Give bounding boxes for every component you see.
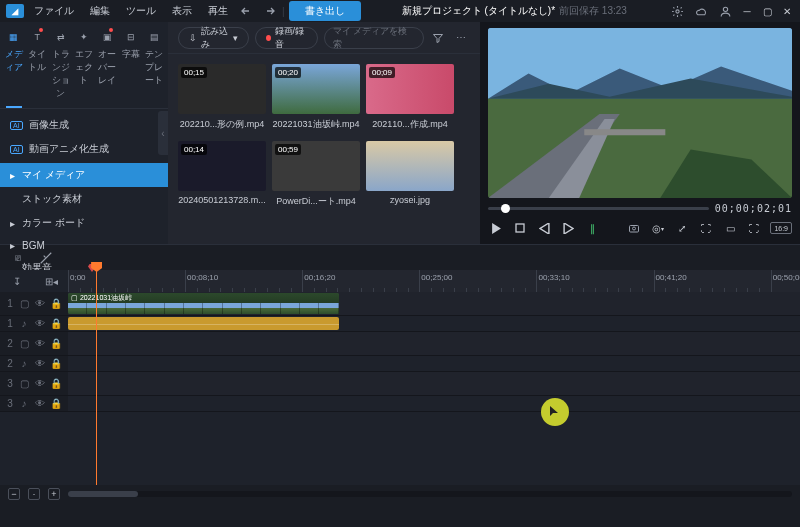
ai-video-gen[interactable]: AI動画アニメ化生成: [0, 137, 168, 161]
tl-tool-adjust[interactable]: ⎚: [8, 248, 28, 268]
export-button[interactable]: 書き出し: [289, 1, 361, 21]
zoom-reset-icon[interactable]: ·: [28, 488, 40, 500]
ruler-label: 00;50;00: [773, 273, 800, 282]
track-header[interactable]: 1♪👁🔒: [0, 316, 68, 332]
hscroll-thumb[interactable]: [68, 491, 138, 497]
media-thumb-5[interactable]: zyosei.jpg: [366, 141, 454, 208]
track-audio-3: 3♪👁🔒: [0, 396, 800, 412]
menu-view[interactable]: 表示: [166, 2, 198, 20]
svg-rect-5: [516, 224, 524, 232]
stop-icon[interactable]: [512, 220, 528, 236]
track-header[interactable]: 3▢👁🔒: [0, 372, 68, 396]
redo-icon[interactable]: [260, 2, 278, 20]
crop-icon[interactable]: ⤢: [674, 220, 690, 236]
timeline-marker[interactable]: [88, 264, 96, 272]
record-button[interactable]: 録画/録音: [255, 27, 318, 49]
settings-icon[interactable]: [668, 2, 686, 20]
account-icon[interactable]: [716, 2, 734, 20]
frame-next-icon[interactable]: [560, 220, 576, 236]
ruler-label: 00;33;10: [538, 273, 569, 282]
aspect-badge[interactable]: 16:9: [770, 222, 792, 234]
svg-point-0: [675, 9, 678, 12]
filter-icon[interactable]: [430, 28, 447, 48]
room-tab-2[interactable]: ⇄トランジション: [49, 26, 72, 108]
tl-marker-icon[interactable]: ↧: [8, 273, 26, 289]
quality-icon[interactable]: ◎▾: [650, 220, 666, 236]
tl-snap-icon[interactable]: ⊞◂: [42, 273, 60, 289]
zoom-in-icon[interactable]: +: [48, 488, 60, 500]
track-video-1: 1▢👁🔒▢ 20221031油坂峠: [0, 292, 800, 316]
dock-icon[interactable]: ▭: [722, 220, 738, 236]
room-tab-0[interactable]: ▦メディア: [2, 26, 25, 108]
frame-prev-icon[interactable]: [536, 220, 552, 236]
preview-timecode: 00;00;02;01: [715, 203, 792, 214]
zoom-out-icon[interactable]: −: [8, 488, 20, 500]
track-header[interactable]: 1▢👁🔒: [0, 292, 68, 316]
track-header[interactable]: 2♪👁🔒: [0, 356, 68, 372]
window-max-icon[interactable]: ▢: [760, 4, 774, 18]
room-tab-6[interactable]: ▤テンプレート: [143, 26, 166, 108]
play-icon[interactable]: [488, 220, 504, 236]
ruler-label: 0;00: [70, 273, 86, 282]
ai-image-gen[interactable]: AI画像生成: [0, 113, 168, 137]
fit-screen-icon[interactable]: ⛶: [698, 220, 714, 236]
track-lane[interactable]: [68, 396, 800, 412]
nav-item-0[interactable]: ▸マイ メディア: [0, 163, 168, 187]
ruler-label: 00;08;10: [187, 273, 218, 282]
track-video-3: 3▢👁🔒: [0, 372, 800, 396]
library-sidebar: ▦メディアTタイトル⇄トランジション✦エフェクト▣オーバーレイ⊟字幕▤テンプレー…: [0, 22, 168, 244]
tl-tool-razor[interactable]: [36, 248, 56, 268]
preview-stage[interactable]: [488, 28, 792, 198]
menu-file[interactable]: ファイル: [28, 2, 80, 20]
nav-item-2[interactable]: ▸カラー ボード: [0, 211, 168, 235]
timeline-ruler[interactable]: 0;0000;08;1000;16;2000;25;0000;33;1000;4…: [68, 270, 800, 292]
track-lane[interactable]: [68, 316, 800, 332]
fullscreen-icon[interactable]: ⛶: [746, 220, 762, 236]
menu-play[interactable]: 再生: [202, 2, 234, 20]
track-lane[interactable]: [68, 372, 800, 396]
media-thumb-0[interactable]: 00;15202210...形の例.mp4: [178, 64, 266, 131]
track-header[interactable]: 2▢👁🔒: [0, 332, 68, 356]
track-lane[interactable]: ▢ 20221031油坂峠: [68, 292, 800, 316]
cloud-icon[interactable]: [692, 2, 710, 20]
nav-item-1[interactable]: ストック素材: [0, 187, 168, 211]
room-tab-1[interactable]: Tタイトル: [25, 26, 48, 108]
media-search-input[interactable]: マイ メディアを検索: [324, 27, 424, 49]
track-lane[interactable]: [68, 356, 800, 372]
track-header[interactable]: 3♪👁🔒: [0, 396, 68, 412]
scrubber-handle[interactable]: [501, 204, 510, 213]
timeline-tracks: 1▢👁🔒▢ 20221031油坂峠1♪👁🔒2▢👁🔒2♪👁🔒3▢👁🔒3♪👁🔒: [0, 292, 800, 485]
track-audio-1: 1♪👁🔒: [0, 316, 800, 332]
window-min-icon[interactable]: ─: [740, 4, 754, 18]
preview-panel: 00;00;02;01 ∥ ◎▾ ⤢ ⛶ ▭ ⛶ 16:9: [480, 22, 800, 244]
more-icon[interactable]: ⋯: [453, 28, 470, 48]
svg-rect-6: [630, 226, 639, 233]
ruler-label: 00;41;20: [656, 273, 687, 282]
undo-icon[interactable]: [238, 2, 256, 20]
import-button[interactable]: ⇩読み込み▾: [178, 27, 249, 49]
media-thumb-3[interactable]: 00;1420240501213728.m...: [178, 141, 266, 208]
media-thumb-1[interactable]: 00;2020221031油坂峠.mp4: [272, 64, 360, 131]
pause-icon[interactable]: ∥: [584, 220, 600, 236]
preview-scrubber[interactable]: 00;00;02;01: [488, 200, 792, 216]
room-tab-5[interactable]: ⊟字幕: [119, 26, 142, 108]
room-tab-4[interactable]: ▣オーバーレイ: [96, 26, 119, 108]
timeline-clip-video[interactable]: ▢ 20221031油坂峠: [68, 293, 339, 314]
ruler-label: 00;16;20: [304, 273, 335, 282]
panel-collapse-handle[interactable]: ‹: [158, 111, 168, 155]
menu-edit[interactable]: 編集: [84, 2, 116, 20]
track-lane[interactable]: [68, 332, 800, 356]
track-audio-2: 2♪👁🔒: [0, 356, 800, 372]
media-thumb-4[interactable]: 00;59PowerDi...ート.mp4: [272, 141, 360, 208]
timeline-clip-audio[interactable]: [68, 317, 339, 330]
menu-tools[interactable]: ツール: [120, 2, 162, 20]
room-tab-3[interactable]: ✦エフェクト: [72, 26, 95, 108]
timeline-hscroll[interactable]: [68, 491, 792, 497]
media-grid: 00;15202210...形の例.mp400;2020221031油坂峠.mp…: [168, 54, 480, 244]
media-toolbar: ⇩読み込み▾ 録画/録音 マイ メディアを検索 ⋯: [168, 22, 480, 54]
menubar: ◢ ファイル 編集 ツール 表示 再生 | 書き出し 新規プロジェクト (タイト…: [0, 0, 800, 22]
snapshot-icon[interactable]: [626, 220, 642, 236]
timeline: ↧ ⊞◂ 0;0000;08;1000;16;2000;25;0000;33;1…: [0, 270, 800, 503]
media-thumb-2[interactable]: 00;09202110...作成.mp4: [366, 64, 454, 131]
window-close-icon[interactable]: ✕: [780, 4, 794, 18]
